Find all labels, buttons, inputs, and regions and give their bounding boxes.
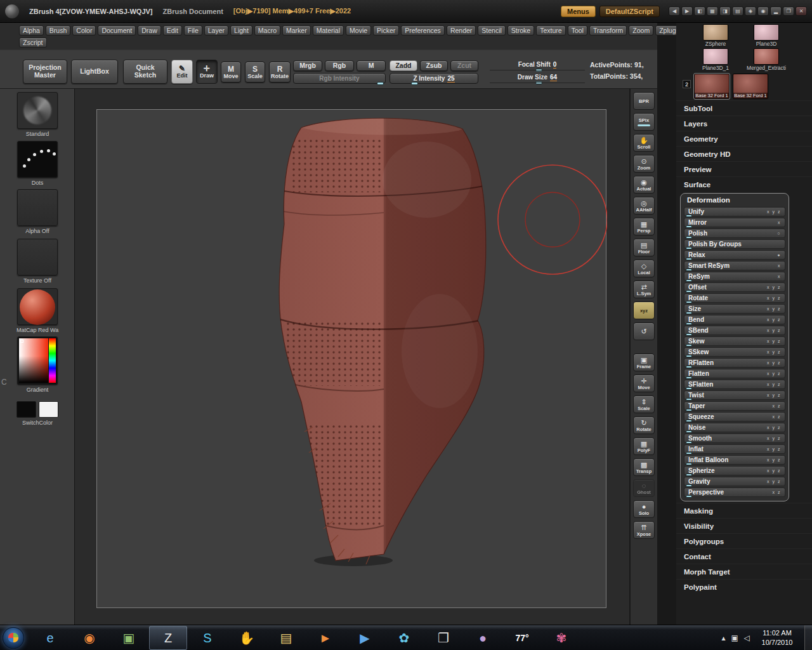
spix-slider[interactable]	[638, 124, 650, 126]
menu-zscript[interactable]: Zscript	[19, 37, 47, 48]
strip-spix-button[interactable]: SPix	[633, 113, 655, 131]
current-tool-thumb[interactable]: Base 32 Ford 1	[694, 74, 730, 99]
deformation-sbend[interactable]: SBendx y z	[684, 326, 785, 335]
menu-color[interactable]: Color	[72, 25, 96, 36]
taskbar-wmp[interactable]: ▶	[346, 626, 384, 650]
strip-move-button[interactable]: ✛Move	[633, 375, 655, 392]
deformation-inflat-balloon[interactable]: Inflat Balloonx y z	[684, 455, 785, 465]
dock-left-button[interactable]: ◧	[694, 6, 705, 16]
menu-draw[interactable]: Draw	[138, 25, 161, 36]
taskbar-tor[interactable]: ●	[464, 626, 502, 650]
taskbar-zbrush[interactable]: Z	[149, 626, 187, 650]
alpha-picker[interactable]: Alpha Off	[16, 189, 58, 234]
hue-strip[interactable]	[49, 338, 56, 383]
taskbar-explorer-folder[interactable]: ▤	[267, 626, 305, 650]
palette-contact[interactable]: Contact	[676, 548, 812, 564]
slider-handle[interactable]	[377, 82, 384, 85]
rgb-intensity-slider[interactable]: Rgb Intensity	[293, 73, 386, 84]
rotate-button[interactable]: R Rotate	[269, 62, 291, 83]
main-color-swatch[interactable]	[16, 401, 36, 418]
deformation-size[interactable]: Sizex y z	[684, 304, 785, 314]
menu-material[interactable]: Material	[313, 25, 344, 36]
draw-size-slider[interactable]: Draw Size 64	[490, 72, 585, 83]
menu-layer[interactable]: Layer	[204, 25, 228, 36]
strip-aahalf-button[interactable]: ◎AAHalf	[633, 197, 655, 215]
focal-shift-slider[interactable]: Focal Shift 0	[490, 59, 585, 70]
zsub-button[interactable]: Zsub	[420, 60, 448, 71]
deformation-gravity[interactable]: Gravityx y z	[684, 477, 785, 486]
document-area[interactable]	[96, 109, 606, 608]
palette-masking[interactable]: Masking	[676, 503, 812, 518]
deformation-squeeze[interactable]: Squeezex z	[684, 412, 785, 421]
strip-rotate-button[interactable]: ↻Rotate	[633, 416, 655, 434]
draw-button[interactable]: ✛ Draw	[196, 60, 218, 84]
start-button[interactable]	[3, 627, 24, 649]
palette-layers[interactable]: Layers	[676, 116, 812, 131]
strip-frame-button[interactable]: ▣Frame	[633, 354, 655, 371]
deformation-smooth[interactable]: Smoothx y z	[684, 434, 785, 443]
taskbar-firefox[interactable]: ◉	[70, 626, 108, 650]
current-tool-thumb[interactable]: Base 32 Ford 1	[733, 74, 768, 99]
menu-alpha[interactable]: Alpha	[19, 25, 44, 36]
deformation-taper[interactable]: Taperx z	[684, 401, 785, 411]
taskbar-hand[interactable]: ✋	[228, 626, 266, 650]
deformation-spherize[interactable]: Spherizex y z	[684, 466, 785, 475]
palette-subtool[interactable]: SubTool	[676, 100, 812, 116]
tool-thumb-zsphere[interactable]: ZSphere	[693, 24, 738, 47]
taskbar-paint[interactable]: ✾	[542, 626, 580, 650]
strip-scale-button[interactable]: ⇕Scale	[633, 395, 655, 413]
sculpt-viewport[interactable]	[97, 110, 607, 609]
menu-picker[interactable]: Picker	[373, 25, 399, 36]
taskbar-msn[interactable]: ✿	[385, 626, 423, 650]
display-icon[interactable]: ▣	[731, 633, 738, 642]
deformation-sflatten[interactable]: SFlattenx y z	[684, 380, 785, 389]
z-intensity-slider[interactable]: Z Intensity 25	[390, 73, 478, 84]
taskbar-internet-explorer[interactable]: e	[31, 626, 69, 650]
strip-bpr-button[interactable]: BPR	[633, 92, 655, 110]
deformation-mirror[interactable]: Mirrorx	[684, 218, 785, 227]
dock-right-button[interactable]: ◨	[719, 6, 731, 16]
hidden-icons-icon[interactable]: ▴	[721, 633, 725, 642]
deformation-offset[interactable]: Offsetx y z	[684, 282, 785, 292]
deformation-rotate[interactable]: Rotatex y z	[684, 293, 785, 303]
deformation-perspective[interactable]: Perspectivex z	[684, 488, 785, 497]
deformation-polish[interactable]: Polish○	[684, 229, 785, 238]
strip-floor-button[interactable]: ▤Floor	[633, 239, 655, 256]
deformation-polish-by-groups[interactable]: Polish By Groups	[684, 239, 785, 249]
color-picker[interactable]: Gradient	[16, 336, 58, 393]
menu-stroke[interactable]: Stroke	[508, 25, 534, 36]
palette-polygroups[interactable]: Polygroups	[676, 533, 812, 548]
strip-persp-button[interactable]: ▦Persp	[633, 218, 655, 235]
strip-ghost-button[interactable]: ◌Ghost	[633, 479, 655, 497]
strip-polyf-button[interactable]: ▦PolyF	[633, 437, 655, 455]
color-picker-thumbnail[interactable]	[17, 336, 58, 385]
close-button[interactable]: ✕	[796, 6, 807, 16]
palette-geometry[interactable]: Geometry	[676, 131, 812, 146]
rgb-button[interactable]: Rgb	[325, 60, 354, 71]
move-button[interactable]: M Move	[221, 62, 241, 83]
document-button[interactable]: ▤	[732, 6, 743, 16]
menu-light[interactable]: Light	[230, 25, 252, 36]
menu-transform[interactable]: Transform	[589, 25, 627, 36]
menu-macro[interactable]: Macro	[254, 25, 280, 36]
menu-preferences[interactable]: Preferences	[401, 25, 445, 36]
projection-master-button[interactable]: Projection Master	[23, 60, 67, 84]
menu-render[interactable]: Render	[447, 25, 476, 36]
canvas[interactable]	[75, 89, 629, 625]
deformation-twist[interactable]: Twistx y z	[684, 390, 785, 400]
deformation-sskew[interactable]: SSkewx y z	[684, 347, 785, 357]
palette-preview[interactable]: Preview	[676, 161, 812, 176]
menu-marker[interactable]: Marker	[282, 25, 311, 36]
menu-brush[interactable]: Brush	[46, 25, 70, 36]
secondary-color-swatch[interactable]	[39, 401, 58, 418]
deformation-inflat[interactable]: Inflatx y z	[684, 444, 785, 454]
palette-morph-target[interactable]: Morph Target	[676, 564, 812, 579]
switch-color[interactable]: SwitchColor	[16, 401, 58, 426]
strip-local-button[interactable]: ◇Local	[633, 260, 655, 277]
tool-thumb-merged-extracti[interactable]: Merged_Extracti	[743, 48, 789, 71]
menu-texture[interactable]: Texture	[536, 25, 565, 36]
tool-thumb-plane3d-1[interactable]: Plane3D_1	[693, 48, 738, 71]
deformation-header[interactable]: Deformation	[683, 195, 787, 206]
scale-button[interactable]: S Scale	[245, 62, 265, 83]
minimize-button[interactable]: ▂	[770, 6, 782, 16]
